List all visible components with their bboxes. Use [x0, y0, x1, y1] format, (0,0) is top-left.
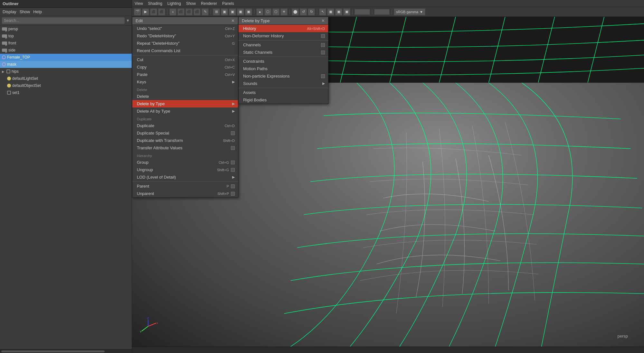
- toolbar-btn-6[interactable]: ⬛: [177, 8, 185, 15]
- menu-item-delete-all-by-type[interactable]: Delete All by Type ▶: [132, 107, 238, 115]
- toolbar-btn-20[interactable]: ↺: [300, 8, 307, 15]
- toolbar-btn-14[interactable]: ▣: [245, 8, 252, 15]
- color-space-selector[interactable]: sRGB gamma ▼: [394, 8, 425, 15]
- menu-item-paste[interactable]: Paste Ctrl+V: [132, 71, 238, 78]
- menu-item-sounds[interactable]: Sounds ▶: [239, 80, 328, 87]
- outliner-item-side[interactable]: side: [0, 47, 132, 54]
- menu-checkbox[interactable]: [321, 51, 325, 54]
- menu-panels[interactable]: Panels: [222, 1, 234, 6]
- menu-checkbox[interactable]: [231, 192, 235, 196]
- menu-item-delete-by-type[interactable]: Delete by Type ▶: [132, 100, 238, 107]
- toolbar-btn-3[interactable]: ⬛: [150, 8, 157, 15]
- menu-checkbox[interactable]: [231, 131, 235, 135]
- menu-checkbox[interactable]: [231, 184, 235, 188]
- toolbar-btn-17[interactable]: ⬡: [272, 8, 279, 15]
- outliner-menu-help[interactable]: Help: [33, 9, 42, 14]
- toolbar-grid-btn[interactable]: ⊞: [213, 8, 220, 15]
- edit-menu-close[interactable]: ✕: [231, 18, 235, 23]
- outliner-item-set1[interactable]: set1: [5, 89, 132, 96]
- outliner-item-default-object-set[interactable]: defaultObjectSet: [5, 82, 132, 89]
- toolbar-value1[interactable]: 0.00: [355, 9, 370, 15]
- scroll-thumb[interactable]: [1, 350, 105, 352]
- menu-item-group[interactable]: Group Ctrl+G: [132, 159, 238, 166]
- menu-item-history[interactable]: History Alt+Shift+D: [239, 25, 328, 32]
- toolbar-sphere-btn[interactable]: ●: [256, 8, 263, 15]
- toolbar-btn-24[interactable]: ▣: [335, 8, 342, 15]
- toolbar-btn-7[interactable]: ⬛: [185, 8, 193, 15]
- outliner-menu-display[interactable]: Display: [3, 9, 16, 14]
- menu-item-undo[interactable]: Undo "select" Ctrl+Z: [132, 25, 238, 32]
- camera-icon: [2, 42, 7, 45]
- toolbar-btn-16[interactable]: ⬡: [264, 8, 271, 15]
- menu-item-lod[interactable]: LOD (Level of Detail) ▶: [132, 173, 238, 181]
- menu-item-copy[interactable]: Copy Ctrl+C: [132, 63, 238, 71]
- menu-item-non-particle[interactable]: Non-particle Expressions: [239, 72, 328, 80]
- outliner-item-persp[interactable]: persp: [0, 25, 132, 33]
- menu-shading[interactable]: Shading: [148, 1, 162, 6]
- menu-item-repeat[interactable]: Repeat "DeleteHistory" G: [132, 40, 238, 47]
- delete-type-menu-close[interactable]: ✕: [321, 18, 325, 23]
- menu-item-cut[interactable]: Cut Ctrl+X: [132, 56, 238, 63]
- menu-checkbox[interactable]: [321, 74, 325, 78]
- menu-item-duplicate[interactable]: Duplicate Ctrl+D: [132, 122, 238, 129]
- outliner-item-default-light-set[interactable]: defaultLightSet: [5, 75, 132, 82]
- menu-item-redo[interactable]: Redo "DeleteHistory" Ctrl+Y: [132, 32, 238, 40]
- outliner-item-label: defaultObjectSet: [12, 83, 41, 88]
- toolbar-btn-19[interactable]: ⬤: [292, 8, 299, 15]
- menu-item-ungroup[interactable]: Ungroup Shift+G: [132, 166, 238, 173]
- toolbar-btn-5[interactable]: +: [169, 8, 176, 15]
- outliner-item-front[interactable]: front: [0, 40, 132, 47]
- outliner-item-female-top[interactable]: Female_TOP: [0, 54, 132, 61]
- toolbar-camera-btn[interactable]: 🎬: [134, 8, 141, 15]
- menu-item-delete[interactable]: Delete: [132, 93, 238, 100]
- menu-item-parent[interactable]: Parent P: [132, 182, 238, 190]
- svg-text:X: X: [156, 321, 158, 325]
- toolbar-btn-13[interactable]: ▣: [237, 8, 244, 15]
- menu-separator-2: [239, 57, 328, 57]
- toolbar-value2[interactable]: 1.00: [374, 9, 390, 15]
- outliner-menu-show[interactable]: Show: [20, 9, 30, 14]
- menu-item-transfer[interactable]: Transfer Attribute Values: [132, 144, 238, 152]
- toolbar-btn-9[interactable]: ✎: [202, 8, 209, 15]
- menu-item-static-channels[interactable]: Static Channels: [239, 49, 328, 56]
- toolbar-btn-2[interactable]: ▶: [142, 8, 149, 15]
- menu-item-constraints[interactable]: Constraints: [239, 58, 328, 65]
- search-dropdown-icon[interactable]: ▼: [126, 18, 130, 23]
- menu-item-non-deformer[interactable]: Non-Deformer History: [239, 32, 328, 40]
- menu-item-rigid-bodies[interactable]: Rigid Bodies: [239, 96, 328, 104]
- toolbar-btn-12[interactable]: ▣: [229, 8, 236, 15]
- menu-checkbox[interactable]: [321, 34, 325, 38]
- expand-icon[interactable]: ▶: [2, 70, 5, 73]
- toolbar-btn-23[interactable]: ▣: [327, 8, 334, 15]
- toolbar-btn-22[interactable]: ↖: [319, 8, 326, 15]
- menu-show[interactable]: Show: [186, 1, 196, 6]
- toolbar-btn-8[interactable]: ⬛: [194, 8, 201, 15]
- menu-item-dup-transform[interactable]: Duplicate with Transform Shift+D: [132, 137, 238, 144]
- menu-checkbox[interactable]: [231, 161, 235, 164]
- menu-lighting[interactable]: Lighting: [167, 1, 181, 6]
- menu-checkbox[interactable]: [321, 43, 325, 47]
- menu-item-keys[interactable]: Keys ▶: [132, 78, 238, 86]
- toolbar-btn-25[interactable]: ▣: [343, 8, 350, 15]
- menu-item-duplicate-special[interactable]: Duplicate Special: [132, 129, 238, 137]
- menu-renderer[interactable]: Renderer: [201, 1, 217, 6]
- toolbar-btn-21[interactable]: ↻: [308, 8, 315, 15]
- menu-item-recent[interactable]: Recent Commands List: [132, 47, 238, 54]
- outliner-scrollbar-h[interactable]: [0, 349, 132, 353]
- menu-item-label: Duplicate: [137, 123, 154, 128]
- toolbar-btn-11[interactable]: ▣: [221, 8, 228, 15]
- menu-item-assets[interactable]: Assets: [239, 89, 328, 96]
- menu-item-motion-paths[interactable]: Motion Paths: [239, 65, 328, 72]
- menu-checkbox[interactable]: [231, 146, 235, 150]
- search-input[interactable]: [2, 17, 125, 24]
- menu-item-unparent[interactable]: Unparent Shift+P: [132, 190, 238, 197]
- outliner-item-top[interactable]: top: [0, 33, 132, 40]
- toolbar-btn-4[interactable]: ⬛: [158, 8, 165, 15]
- status-bar: [132, 347, 644, 353]
- menu-checkbox[interactable]: [231, 168, 235, 172]
- outliner-item-mask[interactable]: mask: [0, 61, 132, 68]
- toolbar-btn-18[interactable]: ☀: [280, 8, 288, 15]
- outliner-item-hips[interactable]: ▶ hips: [0, 68, 132, 75]
- menu-view[interactable]: View: [135, 1, 143, 6]
- menu-item-channels[interactable]: Channels: [239, 41, 328, 49]
